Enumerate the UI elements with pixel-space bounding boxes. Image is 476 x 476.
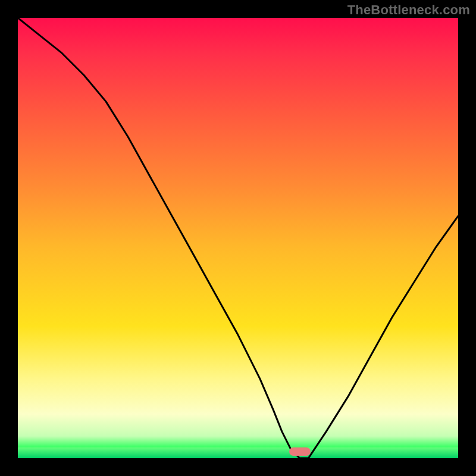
optimum-marker — [289, 447, 311, 456]
chart-frame: TheBottleneck.com — [0, 0, 476, 476]
watermark-text: TheBottleneck.com — [347, 2, 470, 18]
plot-area — [18, 18, 458, 458]
bottleneck-curve — [18, 18, 458, 458]
curve-line — [18, 18, 458, 458]
